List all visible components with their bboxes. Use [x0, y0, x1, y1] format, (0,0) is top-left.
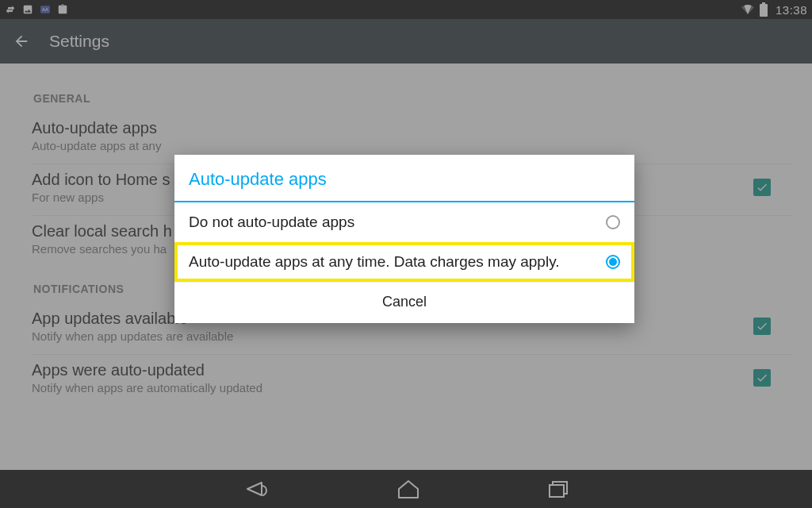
- radio-selected-icon[interactable]: [606, 255, 620, 269]
- option-label: Auto-update apps at any time. Data charg…: [189, 253, 606, 271]
- option-label: Do not auto-update apps: [189, 214, 606, 231]
- option-do-not-auto-update[interactable]: Do not auto-update apps: [174, 202, 634, 242]
- option-auto-update-any-time[interactable]: Auto-update apps at any time. Data charg…: [174, 242, 634, 282]
- cancel-button[interactable]: Cancel: [174, 283, 634, 323]
- auto-update-dialog: Auto-update apps Do not auto-update apps…: [174, 155, 634, 323]
- dialog-title: Auto-update apps: [174, 155, 634, 202]
- radio-unselected-icon[interactable]: [606, 215, 620, 229]
- screen: AA 13:38 Settings GENERAL Auto-u: [0, 0, 812, 508]
